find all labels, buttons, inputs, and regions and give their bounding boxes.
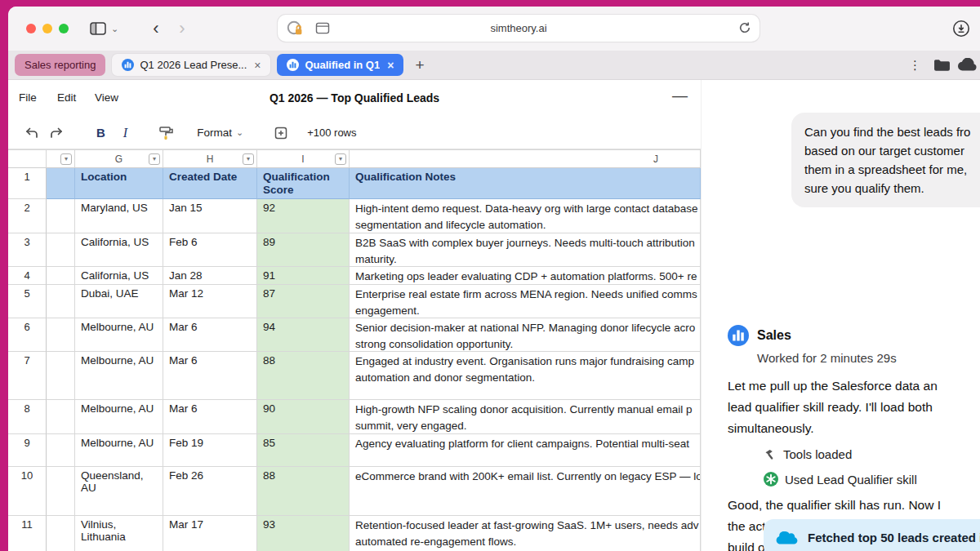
column-header-h[interactable]: H ▾ (163, 150, 257, 168)
cell-score[interactable]: 89 (257, 233, 350, 267)
filter-icon[interactable]: ▾ (60, 153, 72, 165)
cell-score[interactable]: 93 (257, 516, 350, 551)
header-created-date[interactable]: Created Date (163, 168, 257, 199)
cell-notes[interactable]: Enterprise real estate firm across MENA … (350, 285, 701, 318)
corner-cell[interactable] (8, 150, 47, 168)
new-tab-button[interactable]: + (410, 56, 429, 74)
cell-date[interactable]: Jan 15 (163, 199, 257, 233)
cell-date[interactable]: Feb 19 (163, 434, 257, 467)
close-tab-icon[interactable]: × (387, 59, 394, 72)
cell-date[interactable]: Jan 28 (163, 267, 257, 285)
cell-notes[interactable]: High-growth NFP scaling donor acquisitio… (350, 400, 701, 434)
insert-button[interactable] (274, 127, 287, 140)
cell-blank[interactable] (47, 434, 75, 467)
menu-edit[interactable]: Edit (57, 91, 76, 104)
row-number[interactable]: 11 (8, 516, 47, 551)
redo-button[interactable] (49, 127, 64, 140)
cell-notes[interactable]: Retention-focused leader at fast-growing… (350, 516, 701, 551)
row-number[interactable]: 1 (8, 168, 47, 199)
row-number[interactable]: 9 (8, 434, 47, 467)
column-header-blank[interactable]: ▾ (47, 150, 75, 168)
privacy-lock-icon[interactable] (286, 20, 304, 38)
row-number[interactable]: 6 (8, 318, 47, 352)
header-qualification-notes[interactable]: Qualification Notes (350, 168, 701, 199)
sidebar-toggle-button[interactable]: ⌄ (85, 19, 123, 38)
address-bar[interactable]: simtheory.ai (278, 15, 760, 42)
minimize-window-button[interactable] (42, 24, 52, 33)
refresh-button[interactable] (738, 21, 751, 38)
cell-location[interactable]: Maryland, US (75, 199, 163, 233)
cell-blank[interactable] (47, 400, 75, 434)
fill-color-button[interactable] (158, 126, 174, 140)
close-tab-icon[interactable]: × (254, 59, 261, 72)
cell-notes[interactable]: Agency evaluating platform for client ca… (350, 434, 701, 467)
cloud-button[interactable] (957, 58, 978, 73)
cell-blank[interactable] (47, 516, 75, 551)
header-qualification-score[interactable]: Qualification Score (257, 168, 350, 199)
minimize-sheet-button[interactable]: — (672, 87, 688, 104)
cell-date[interactable]: Feb 26 (163, 467, 257, 516)
downloads-button[interactable] (952, 20, 970, 41)
cell-score[interactable]: 91 (257, 267, 350, 285)
row-number[interactable]: 2 (8, 199, 47, 233)
folder-button[interactable] (933, 58, 951, 72)
cell-location[interactable]: Melbourne, AU (75, 400, 163, 434)
cell-blank[interactable] (47, 168, 75, 199)
cell-blank[interactable] (47, 267, 75, 285)
tools-loaded-row[interactable]: Tools loaded (764, 447, 852, 461)
cell-blank[interactable] (47, 352, 75, 400)
cell-score[interactable]: 94 (257, 318, 350, 352)
column-header-g[interactable]: G ▾ (75, 150, 163, 168)
cell-date[interactable]: Mar 12 (163, 285, 257, 318)
back-button[interactable]: ‹ (145, 18, 167, 39)
cell-date[interactable]: Mar 6 (163, 352, 257, 400)
cell-notes[interactable]: eCommerce brand with 200K+ email list. C… (350, 467, 701, 516)
overflow-menu-button[interactable]: ⋮ (904, 58, 927, 73)
cell-blank[interactable] (47, 285, 75, 318)
row-number[interactable]: 10 (8, 467, 47, 516)
cell-score[interactable]: 90 (257, 400, 350, 434)
cell-score[interactable]: 87 (257, 285, 350, 318)
cell-date[interactable]: Mar 17 (163, 516, 257, 551)
close-window-button[interactable] (26, 24, 36, 33)
row-number[interactable]: 3 (8, 233, 47, 267)
filter-icon[interactable]: ▾ (149, 153, 160, 165)
forward-button[interactable]: › (172, 18, 193, 39)
tab-q1-2026-lead-presentation[interactable]: Q1 2026 Lead Prese... × (112, 54, 270, 76)
cell-location[interactable]: California, US (75, 233, 163, 267)
cell-score[interactable]: 88 (257, 352, 350, 400)
bold-button[interactable]: B (96, 126, 105, 140)
cell-location[interactable]: California, US (75, 267, 163, 285)
cell-notes[interactable]: Marketing ops leader evaluating CDP + au… (350, 267, 701, 285)
cell-location[interactable]: Melbourne, AU (75, 434, 163, 467)
row-number[interactable]: 4 (8, 267, 47, 285)
cell-blank[interactable] (47, 233, 75, 267)
row-number[interactable]: 5 (8, 285, 47, 318)
cell-location[interactable]: Melbourne, AU (75, 352, 163, 400)
cell-location[interactable]: Melbourne, AU (75, 318, 163, 352)
cell-score[interactable]: 88 (257, 467, 350, 516)
header-location[interactable]: Location (75, 168, 163, 199)
url-text[interactable]: simtheory.ai (278, 22, 760, 34)
cell-location[interactable]: Queensland, AU (75, 467, 163, 516)
cell-date[interactable]: Feb 6 (163, 233, 257, 267)
row-number[interactable]: 8 (8, 400, 47, 434)
page-icon[interactable] (315, 22, 330, 34)
cell-score[interactable]: 85 (257, 434, 350, 467)
column-header-i[interactable]: I ▾ (257, 150, 350, 168)
tab-sales-reporting[interactable]: Sales reporting (15, 54, 105, 76)
menu-view[interactable]: View (95, 91, 118, 104)
cell-blank[interactable] (47, 467, 75, 516)
cell-notes[interactable]: B2B SaaS with complex buyer journeys. Ne… (350, 233, 701, 267)
add-rows-button[interactable]: +100 rows (307, 127, 356, 139)
menu-file[interactable]: File (19, 91, 37, 104)
fetch-result-card[interactable]: Fetched top 50 leads created in Q1 2 (764, 519, 980, 551)
cell-date[interactable]: Mar 6 (163, 318, 257, 352)
cell-notes[interactable]: Senior decision-maker at national NFP. M… (350, 318, 701, 352)
filter-icon[interactable]: ▾ (335, 153, 346, 165)
skill-used-row[interactable]: Used Lead Qualifier skill (764, 472, 917, 487)
cell-notes[interactable]: High-intent demo request. Data-heavy org… (350, 199, 701, 233)
tab-qualified-in-q1[interactable]: Qualified in Q1 × (277, 54, 403, 76)
cell-blank[interactable] (47, 318, 75, 352)
column-header-j[interactable]: J (350, 150, 701, 168)
